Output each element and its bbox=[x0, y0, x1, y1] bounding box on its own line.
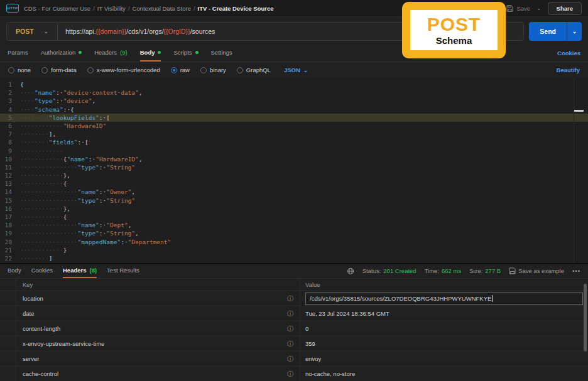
radio-GraphQL[interactable]: GraphQL bbox=[237, 67, 271, 73]
whitespace-dots: ········ bbox=[20, 131, 49, 137]
code-line[interactable]: 6············"HardwareID" bbox=[0, 122, 588, 130]
json-punct: :· bbox=[121, 239, 128, 245]
json-punct: }, bbox=[63, 172, 70, 179]
table-row[interactable]: dateⓘTue, 23 Jul 2024 18:36:54 GMT bbox=[0, 306, 588, 321]
cookies-link[interactable]: Cookies bbox=[557, 50, 580, 56]
code-text: ················"type":·"String" bbox=[20, 163, 135, 171]
tab-params[interactable]: Params bbox=[8, 45, 28, 62]
tab-body[interactable]: Body bbox=[140, 45, 161, 62]
editor-scrollbar-track[interactable] bbox=[574, 78, 574, 263]
response-scrollbar[interactable] bbox=[584, 284, 587, 351]
tab-scripts[interactable]: Scripts bbox=[173, 45, 198, 62]
radio-form-data[interactable]: form-data bbox=[41, 67, 77, 73]
url-variable: {{OrgID}} bbox=[164, 28, 190, 35]
radio-x-www-form-urlencoded[interactable]: x-www-form-urlencoded bbox=[87, 67, 160, 73]
json-string: "Dept" bbox=[106, 222, 128, 228]
more-options-button[interactable]: ••• bbox=[572, 267, 580, 274]
header-key: date bbox=[23, 310, 35, 317]
share-button[interactable]: Share bbox=[548, 2, 582, 15]
header-value: no-cache, no-store bbox=[305, 370, 355, 377]
save-icon bbox=[506, 5, 513, 12]
tab-cookies[interactable]: Cookies bbox=[31, 264, 53, 278]
code-line[interactable]: 4····"schema":·{ bbox=[0, 105, 588, 114]
line-number: 3 bbox=[0, 97, 20, 105]
code-line[interactable]: 16············}, bbox=[0, 205, 588, 213]
send-options-chevron-icon[interactable]: ⌄ bbox=[567, 22, 582, 41]
code-line[interactable]: 14················"name":·"Owner", bbox=[0, 188, 588, 196]
request-body-editor[interactable]: 1{2····"name":·"device·context·data",3··… bbox=[0, 78, 588, 264]
code-line[interactable]: 2····"name":·"device·context·data", bbox=[0, 89, 588, 97]
code-line[interactable]: 5········"lookupFields":·[ bbox=[0, 114, 588, 122]
whitespace-dots: ················ bbox=[20, 230, 78, 237]
url-input[interactable]: https://api.{{domain}}/cds/v1/orgs/{{Org… bbox=[58, 28, 222, 35]
green-dot-icon bbox=[79, 51, 82, 54]
code-line[interactable]: 9············ bbox=[0, 147, 588, 155]
tab-authorization[interactable]: Authorization bbox=[41, 45, 82, 62]
beautify-link[interactable]: Beautify bbox=[557, 67, 580, 73]
json-punct: :· bbox=[56, 89, 63, 96]
breadcrumb-item[interactable]: CDS - For Customer Use bbox=[24, 5, 90, 12]
whitespace-dots: ········ bbox=[20, 114, 49, 121]
header-value-cell: Tue, 23 Jul 2024 18:36:54 GMT bbox=[300, 306, 588, 321]
header-key: location bbox=[23, 295, 43, 302]
save-as-example-button[interactable]: Save as example bbox=[509, 267, 564, 274]
radio-raw[interactable]: raw bbox=[171, 67, 190, 73]
save-button[interactable]: Save bbox=[506, 5, 530, 12]
table-header: Key Value bbox=[0, 278, 588, 291]
tab-label: Cookies bbox=[31, 267, 53, 274]
code-line[interactable]: 13············{ bbox=[0, 180, 588, 188]
value-edit-input[interactable]: /cds/v1/orgs/35815/sources/ZLO7DEOQBRG43… bbox=[305, 292, 583, 305]
json-punct: :·[ bbox=[99, 114, 110, 121]
breadcrumb-item[interactable]: Contextual Data Store bbox=[132, 5, 190, 12]
code-line[interactable]: 10············{"name":·"HardwareID", bbox=[0, 155, 588, 163]
table-row[interactable]: locationⓘ/cds/v1/orgs/35815/sources/ZLO7… bbox=[0, 291, 588, 306]
code-line[interactable]: 21············} bbox=[0, 246, 588, 254]
radio-none[interactable]: none bbox=[8, 67, 31, 73]
header-value-cell: /cds/v1/orgs/35815/sources/ZLO7DEOQBRG43… bbox=[300, 291, 588, 306]
tab-headers[interactable]: Headers(8) bbox=[63, 264, 97, 278]
whitespace-dots: ············ bbox=[20, 247, 63, 254]
code-text: ············}, bbox=[20, 171, 70, 180]
body-type-options: noneform-datax-www-form-urlencodedrawbin… bbox=[0, 62, 588, 78]
tab-settings[interactable]: Settings bbox=[211, 45, 232, 62]
method-select[interactable]: POST ⌄ bbox=[7, 23, 58, 40]
tab-headers[interactable]: Headers(9) bbox=[94, 45, 128, 62]
json-key: "name" bbox=[35, 89, 56, 96]
format-select[interactable]: JSON ⌄ bbox=[284, 67, 308, 73]
code-line[interactable]: 3····"type":·"device", bbox=[0, 97, 588, 105]
table-row[interactable]: x-envoy-upstream-service-timeⓘ359 bbox=[0, 336, 588, 351]
table-row[interactable]: serverⓘenvoy bbox=[0, 351, 588, 367]
code-text: ····"type":·"device", bbox=[20, 97, 95, 105]
code-line[interactable]: 17············{ bbox=[0, 213, 588, 221]
code-line[interactable]: 12············}, bbox=[0, 171, 588, 180]
tab-test-results[interactable]: Test Results bbox=[107, 264, 139, 278]
code-line[interactable]: 1{ bbox=[0, 80, 588, 89]
json-punct: , bbox=[131, 188, 135, 195]
network-icon[interactable] bbox=[347, 267, 354, 275]
format-label: JSON bbox=[284, 67, 300, 73]
table-row[interactable]: cache-controlⓘno-cache, no-store bbox=[0, 367, 588, 381]
header-value-cell: envoy bbox=[300, 351, 588, 366]
json-string: "device·context·data" bbox=[63, 89, 139, 96]
whitespace-dots: ················ bbox=[20, 222, 78, 228]
code-line[interactable]: 20················"mappedName":·"Departm… bbox=[0, 238, 588, 246]
code-line[interactable]: 7········], bbox=[0, 130, 588, 138]
code-line[interactable]: 11················"type":·"String" bbox=[0, 163, 588, 171]
send-button[interactable]: Send ⌄ bbox=[529, 22, 582, 41]
body-type-radios: noneform-datax-www-form-urlencodedrawbin… bbox=[8, 67, 271, 73]
code-line[interactable]: 18················"name":·"Dept", bbox=[0, 221, 588, 229]
code-line[interactable]: 8········"fields":·[ bbox=[0, 138, 588, 146]
whitespace-dots: ········ bbox=[20, 139, 49, 146]
header-key: content-length bbox=[23, 325, 60, 332]
breadcrumb-item[interactable]: IT Visibility bbox=[97, 5, 126, 12]
code-line[interactable]: 15················"type":·"String" bbox=[0, 196, 588, 205]
radio-binary[interactable]: binary bbox=[200, 67, 226, 73]
code-line[interactable]: 19················"type":·"String", bbox=[0, 229, 588, 237]
line-number: 11 bbox=[0, 163, 20, 171]
annotation-badge: POST Schema bbox=[402, 2, 506, 58]
save-options-chevron-icon[interactable]: ⌄ bbox=[536, 5, 542, 11]
table-row[interactable]: content-lengthⓘ0 bbox=[0, 321, 588, 336]
save-icon bbox=[509, 267, 516, 274]
tab-body[interactable]: Body bbox=[8, 264, 21, 278]
code-line[interactable]: 22········] bbox=[0, 254, 588, 262]
